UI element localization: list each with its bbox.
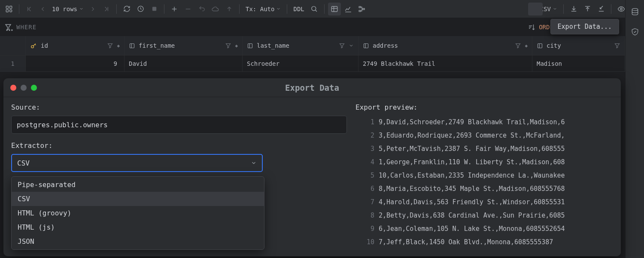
extractor-option-json[interactable]: JSON bbox=[12, 234, 264, 249]
export-data-dialog: Export Data Source: postgres.public.owne… bbox=[3, 78, 621, 256]
cell-id[interactable]: 9 bbox=[26, 55, 125, 71]
cell-address[interactable]: 2749 Blackhawk Trail bbox=[358, 55, 532, 71]
ddl-button[interactable]: DDL bbox=[291, 3, 307, 15]
tx-mode-dropdown[interactable]: Tx: Auto bbox=[243, 3, 283, 15]
tree-view-icon[interactable] bbox=[355, 3, 368, 15]
revert-icon[interactable] bbox=[195, 3, 208, 15]
row-number-header[interactable] bbox=[0, 36, 26, 55]
svg-rect-2 bbox=[6, 9, 8, 12]
column-name: first_name bbox=[139, 42, 222, 49]
svg-point-19 bbox=[6, 29, 8, 31]
chevron-down-icon bbox=[251, 160, 257, 166]
separator bbox=[324, 4, 325, 14]
svg-point-18 bbox=[632, 9, 638, 11]
sort-handle[interactable]: ◆ bbox=[117, 43, 120, 49]
filter-bar: WHERE ORDER BY last_nam bbox=[0, 18, 625, 36]
stop-icon[interactable] bbox=[148, 3, 161, 15]
download-icon-highlight bbox=[528, 3, 543, 15]
column-name: city bbox=[547, 42, 611, 49]
column-name: id bbox=[41, 42, 103, 49]
svg-rect-16 bbox=[364, 43, 368, 48]
svg-point-21 bbox=[11, 29, 12, 31]
column-name: last_name bbox=[257, 42, 335, 49]
dialog-right-pane: Export preview: 12345678910 9,David,Schr… bbox=[355, 97, 621, 256]
preview-gutter: 12345678910 bbox=[355, 116, 379, 256]
source-field[interactable]: postgres.public.owners bbox=[11, 116, 347, 134]
extractor-dropdown: Pipe-separated CSV HTML (groovy) HTML (j… bbox=[11, 176, 264, 250]
column-name: address bbox=[373, 42, 511, 49]
where-label[interactable]: WHERE bbox=[16, 24, 36, 31]
separator bbox=[563, 4, 564, 14]
filter-icon[interactable] bbox=[225, 43, 231, 49]
column-icon bbox=[537, 43, 543, 49]
chevron-down-icon bbox=[276, 6, 281, 11]
extractor-option-pipe[interactable]: Pipe-separated bbox=[12, 178, 264, 192]
svg-rect-8 bbox=[359, 6, 361, 8]
column-icon bbox=[247, 43, 253, 49]
column-header-last-name[interactable]: last_name bbox=[243, 36, 358, 55]
commit-icon[interactable] bbox=[223, 3, 236, 15]
table-view-icon[interactable] bbox=[328, 3, 341, 15]
column-header-address[interactable]: address ◆ bbox=[358, 36, 532, 55]
chevron-down-icon bbox=[553, 6, 557, 11]
filter-icon[interactable] bbox=[107, 43, 113, 49]
rows-count-dropdown[interactable]: 10 rows bbox=[50, 3, 85, 15]
column-icon bbox=[363, 43, 369, 49]
svg-rect-7 bbox=[331, 6, 337, 12]
import-icon[interactable] bbox=[595, 3, 608, 15]
cloud-sync-icon[interactable] bbox=[209, 3, 222, 15]
more-icon[interactable] bbox=[5, 26, 14, 34]
sort-handle[interactable]: ◆ bbox=[235, 43, 238, 49]
chart-view-icon[interactable] bbox=[342, 3, 355, 15]
remove-row-icon[interactable] bbox=[182, 3, 194, 15]
svg-point-11 bbox=[620, 8, 623, 10]
cell-first-name[interactable]: David bbox=[125, 55, 243, 71]
refresh-icon[interactable] bbox=[120, 3, 133, 15]
table-header-row: id ◆ first_name ◆ last_name address ◆ ci… bbox=[0, 36, 625, 55]
svg-point-6 bbox=[312, 6, 316, 11]
table-row[interactable]: 1 9 David Schroeder 2749 Blackhawk Trail… bbox=[0, 55, 625, 72]
svg-rect-9 bbox=[359, 10, 361, 12]
add-row-icon[interactable] bbox=[168, 3, 181, 15]
row-number: 1 bbox=[0, 55, 26, 71]
last-page-icon[interactable] bbox=[100, 3, 113, 15]
shield-icon[interactable] bbox=[631, 28, 639, 36]
sort-icon bbox=[528, 23, 535, 31]
separator bbox=[287, 4, 287, 14]
modules-icon[interactable] bbox=[3, 3, 15, 15]
database-icon[interactable] bbox=[631, 8, 639, 16]
svg-point-13 bbox=[31, 45, 34, 48]
cell-city[interactable]: Madison bbox=[532, 55, 625, 71]
chevron-down-icon[interactable] bbox=[349, 43, 354, 48]
svg-rect-17 bbox=[538, 43, 542, 48]
column-header-first-name[interactable]: first_name ◆ bbox=[125, 36, 243, 55]
export-data-tooltip: Export Data... bbox=[550, 19, 619, 34]
search-icon[interactable] bbox=[308, 3, 321, 15]
extractor-select[interactable]: CSV bbox=[11, 154, 263, 172]
extractor-option-html-groovy[interactable]: HTML (groovy) bbox=[12, 206, 264, 220]
column-header-id[interactable]: id ◆ bbox=[26, 36, 125, 55]
first-page-icon[interactable] bbox=[23, 3, 36, 15]
preview-lines[interactable]: 9,David,Schroeder,2749 Blackhawk Trail,M… bbox=[379, 116, 621, 256]
sort-handle[interactable]: ◆ bbox=[525, 43, 528, 49]
prev-page-icon[interactable] bbox=[36, 3, 49, 15]
svg-rect-15 bbox=[248, 43, 252, 48]
filter-icon[interactable] bbox=[339, 43, 345, 49]
ddl-label: DDL bbox=[293, 6, 304, 12]
svg-rect-10 bbox=[363, 8, 365, 9]
filter-icon[interactable] bbox=[515, 43, 521, 49]
extractor-option-html-js[interactable]: HTML (js) bbox=[12, 220, 264, 234]
column-header-city[interactable]: city bbox=[532, 36, 625, 55]
svg-rect-14 bbox=[130, 43, 134, 48]
upload-icon[interactable] bbox=[581, 3, 594, 15]
column-icon bbox=[129, 43, 135, 49]
source-value: postgres.public.owners bbox=[17, 121, 108, 129]
cell-last-name[interactable]: Schroeder bbox=[243, 55, 358, 71]
next-page-icon[interactable] bbox=[86, 3, 99, 15]
main-toolbar: 10 rows Tx: Auto DDL CSV bbox=[0, 0, 644, 18]
dialog-titlebar[interactable]: Export Data bbox=[3, 78, 621, 97]
download-icon[interactable] bbox=[567, 3, 580, 15]
filter-icon[interactable] bbox=[614, 43, 620, 49]
extractor-option-csv[interactable]: CSV bbox=[12, 192, 264, 206]
history-icon[interactable] bbox=[134, 3, 147, 15]
